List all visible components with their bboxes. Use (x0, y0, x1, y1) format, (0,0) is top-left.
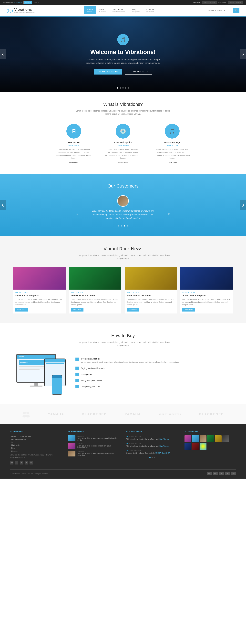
read-more-1[interactable]: Read More (15, 308, 28, 312)
cds-icon: 💿 (116, 124, 130, 138)
nav-store[interactable]: Store buy music (96, 6, 109, 14)
cds-learn-more[interactable]: Learn More (118, 162, 128, 164)
news-text-3: Lorem ipsum dolor sit amet, consectetur … (127, 298, 175, 306)
brand-blackened-1: BLACKENED (82, 412, 107, 416)
slider-prev-button[interactable]: ❮ (0, 49, 6, 59)
tweet-dot-2[interactable] (152, 457, 153, 458)
password-input[interactable] (228, 1, 243, 4)
top-bar-right: Username Password (192, 1, 243, 4)
news-grid: APR 15TH, 2014 Some title for the photo … (13, 267, 233, 314)
brands-section: YAMAHA BLACKENED YAMAHA SECRET RESERVED … (0, 404, 246, 424)
footer-col-tweets: Latest Tweets 🐦 About 3 hours ago This i… (126, 430, 178, 464)
news-card-1: APR 15TH, 2014 Some title for the photo … (13, 267, 66, 314)
step-label-3: Rating Music (81, 373, 92, 376)
footer-link-multimedia[interactable]: Multimedia (10, 444, 62, 446)
ratings-icon: 🎵 (165, 124, 180, 138)
how-steps: ✓ Create an account Lorem ipsum dolor si… (75, 358, 229, 391)
how-title: How to Buy (17, 333, 229, 338)
brand-link[interactable]: Vibrations! (13, 1, 22, 3)
footer-link-contact[interactable]: Contact (10, 450, 62, 452)
read-more-4[interactable]: Read More (182, 308, 195, 312)
footer-link-blog[interactable]: Blog (10, 447, 62, 449)
footer-link-account[interactable]: My Account / Profile Info (10, 435, 62, 437)
register-button[interactable]: Register (23, 1, 33, 4)
slider-next-button[interactable]: ❯ (240, 49, 246, 59)
quote-right-mark: ” (168, 212, 171, 220)
hero-description: Lorem ipsum dolor sit amet, consectetur … (82, 58, 164, 65)
feature-cds: 💿 CDs and Vynils Some Subtitle Lorem ips… (105, 124, 141, 164)
footer-link-cart[interactable]: My Shopping Cart (10, 438, 62, 440)
news-image-1 (13, 267, 66, 290)
nav-home[interactable]: Home know us (84, 6, 96, 14)
login-link[interactable]: Log In (35, 1, 40, 3)
tweet-link-2[interactable]: http://bit.com (159, 445, 169, 447)
ratings-learn-more[interactable]: Learn More (168, 162, 177, 164)
features-grid: 🖥 WebStore Some Subtitle Lorem ipsum dol… (17, 124, 229, 164)
read-more-2[interactable]: Read More (71, 308, 84, 312)
go-to-store-button[interactable]: GO TO THE STORE (94, 69, 122, 74)
welcome-text: Welcome to Vibrations! Register Log In (3, 1, 40, 4)
username-input[interactable] (202, 1, 217, 4)
flickr-6[interactable] (222, 435, 229, 442)
news-title-2: Some title for the photo (71, 294, 119, 296)
news-title: Vibrant Rock News (13, 246, 233, 252)
logo-text-block: Vibrations Music Store Sound Experience (14, 8, 35, 14)
slider-dot-3[interactable] (122, 87, 124, 88)
go-to-blog-button[interactable]: GO TO THE BLOG (125, 69, 152, 74)
flickr-7[interactable] (184, 443, 191, 450)
social-rss[interactable]: rss (10, 461, 14, 464)
step-icon-3: ✓ (75, 372, 79, 376)
flickr-5[interactable] (215, 435, 221, 442)
footer-col4-title: Flickr Feed (184, 430, 236, 433)
social-vimeo[interactable]: vi (25, 461, 28, 464)
footer-links-list: My Account / Profile Info My Shopping Ca… (10, 435, 62, 452)
flickr-8[interactable] (192, 443, 199, 450)
slider-dot-5[interactable] (128, 87, 129, 88)
flickr-4[interactable] (207, 435, 214, 442)
customers-next-button[interactable]: ❯ (240, 200, 246, 210)
svg-point-1 (27, 412, 29, 414)
logo-text: Vibrations (14, 8, 32, 12)
nav-multimedia[interactable]: Multimedia listen to free videos (109, 6, 129, 14)
step-buying: ✓ Buying Vynils and Records (75, 366, 229, 370)
webstore-learn-more[interactable]: Learn More (69, 162, 78, 164)
t-dot-4[interactable] (127, 225, 128, 226)
footer-link-store[interactable]: Store (10, 441, 62, 443)
news-body-3: APR 12TH, 2014 Some title for the photo … (125, 290, 177, 314)
payment-visa: VISA (207, 472, 212, 475)
hero-icon: 🎵 (117, 34, 129, 45)
tweet-2: 🐦 About 8 hours ago This is the latest a… (126, 442, 178, 448)
step-text-1: Lorem ipsum dolor sit amet, consectetur … (81, 361, 179, 364)
news-image-4 (180, 267, 233, 290)
footer-bottom: © Vibrations & Record Store 2014 All rig… (10, 470, 236, 475)
t-dot-3[interactable] (124, 225, 125, 226)
tweet-link-3[interactable]: #BIEOAKOA01040A (155, 452, 170, 454)
t-dot-2[interactable] (121, 225, 122, 226)
read-more-3[interactable]: Read More (127, 308, 139, 312)
search-input[interactable] (207, 8, 233, 13)
tweet-dot-3[interactable] (154, 457, 155, 458)
footer-col1-title: Vibrations (10, 430, 62, 433)
social-twitter[interactable]: tw (15, 461, 18, 464)
social-bandcamp[interactable]: bc (30, 461, 33, 464)
nav-blog[interactable]: Blog mostly news (128, 6, 143, 14)
flickr-9[interactable] (200, 443, 206, 450)
webstore-text: Lorem ipsum dolor sit amet, consectetur … (56, 148, 92, 160)
search-button[interactable]: 🔍 (233, 8, 239, 13)
flickr-1[interactable] (184, 435, 191, 442)
slider-dot-2[interactable] (120, 87, 121, 88)
header: ((·)) Vibrations Music Store Sound Exper… (0, 5, 246, 16)
social-facebook[interactable]: fb (20, 461, 23, 464)
flickr-3[interactable] (200, 435, 206, 442)
flickr-2[interactable] (192, 435, 199, 442)
feature-webstore: 🖥 WebStore Some Subtitle Lorem ipsum dol… (56, 124, 92, 164)
customers-prev-button[interactable]: ❮ (0, 200, 6, 210)
slider-dot-1[interactable] (117, 87, 118, 88)
nav-contact[interactable]: Contact get in touch (143, 6, 157, 14)
tweet-link-1[interactable]: http://vlnk.com (159, 438, 170, 440)
step-icon-4: ✓ (75, 379, 79, 382)
news-date-1: APR 15TH, 2014 (15, 292, 64, 293)
t-dot-1[interactable] (118, 225, 119, 226)
tweet-dot-1[interactable] (149, 457, 151, 458)
slider-dot-4[interactable] (125, 87, 126, 88)
